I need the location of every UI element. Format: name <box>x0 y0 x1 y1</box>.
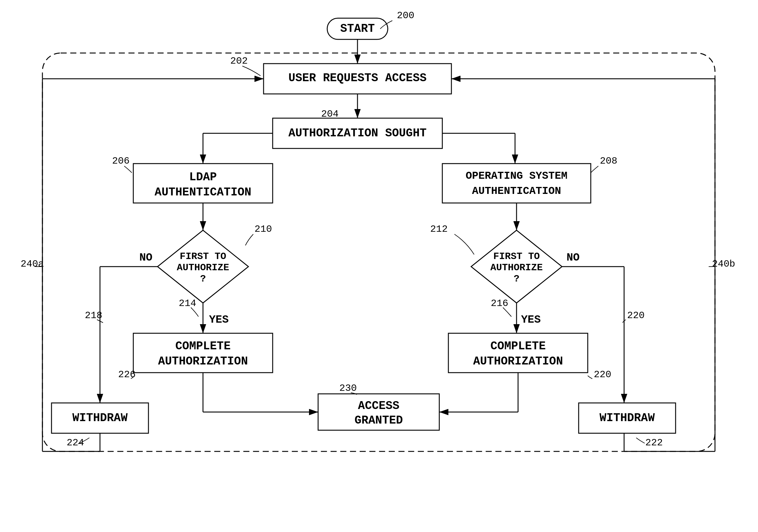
ref-202: 202 <box>230 55 248 67</box>
ref-206: 206 <box>112 156 130 167</box>
yes-label-left: YES <box>209 314 229 326</box>
ref-226: 226 <box>118 369 136 380</box>
no-label-right: NO <box>567 251 579 264</box>
ref-212: 212 <box>430 224 448 235</box>
ref-200: 200 <box>397 10 414 21</box>
ref-204: 204 <box>321 108 339 120</box>
withdraw-right-label: WITHDRAW <box>600 411 655 424</box>
flowchart-svg: START 200 USER REQUESTS ACCESS 202 AUTHO… <box>0 0 758 532</box>
ref-216: 216 <box>491 298 508 309</box>
ldap-line1: LDAP <box>189 171 217 184</box>
diamond-left-line1: FIRST TO <box>180 251 226 262</box>
complete-auth-left-line2: AUTHORIZATION <box>158 355 248 368</box>
complete-auth-right-line2: AUTHORIZATION <box>473 355 563 368</box>
no-label-left: NO <box>139 251 153 264</box>
diamond-right-line1: FIRST TO <box>493 251 540 262</box>
ref-208: 208 <box>600 156 617 167</box>
diagram-container: START 200 USER REQUESTS ACCESS 202 AUTHO… <box>0 0 758 532</box>
ref-240a: 240a <box>20 259 44 270</box>
ref-240b: 240b <box>712 259 735 270</box>
diamond-right-line3: ? <box>513 273 519 284</box>
ref-214: 214 <box>179 298 196 309</box>
start-label: START <box>340 22 375 35</box>
auth-sought-label: AUTHORIZATION SOUGHT <box>289 126 427 140</box>
diamond-left-line3: ? <box>200 273 206 284</box>
os-line1: OPERATING SYSTEM <box>465 170 568 182</box>
ref-220-right: 220 <box>594 369 611 380</box>
complete-auth-left-line1: COMPLETE <box>175 339 230 353</box>
ref-222: 222 <box>645 437 663 448</box>
ref-218: 218 <box>85 310 102 321</box>
diamond-left-line2: AUTHORIZE <box>177 262 229 273</box>
complete-auth-right-line1: COMPLETE <box>491 339 546 353</box>
user-requests-label: USER REQUESTS ACCESS <box>289 72 427 85</box>
yes-label-right: YES <box>521 314 541 326</box>
ref-210: 210 <box>255 224 272 235</box>
access-granted-line1: ACCESS <box>358 399 399 412</box>
ldap-line2: AUTHENTICATION <box>155 186 251 199</box>
access-granted-line2: GRANTED <box>355 414 403 427</box>
diamond-right-line2: AUTHORIZE <box>491 262 543 273</box>
withdraw-left-label: WITHDRAW <box>72 411 128 424</box>
ref-220-right-top: 220 <box>627 310 645 321</box>
ref-230: 230 <box>339 383 357 394</box>
os-line2: AUTHENTICATION <box>472 185 561 197</box>
ref-224: 224 <box>67 437 84 448</box>
